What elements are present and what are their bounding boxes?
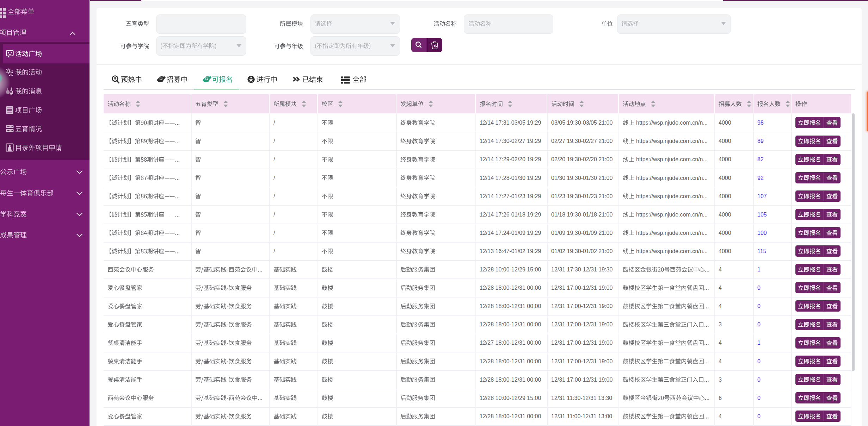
svg-text:https://wsp.njude.com.cn/n...: https://wsp.njude.com.cn/n... (636, 230, 708, 236)
svg-text:4000: 4000 (719, 212, 731, 218)
svg-text:12/14 17:30-02/27 19:29: 12/14 17:30-02/27 19:29 (480, 138, 541, 144)
svg-text:/: / (273, 212, 275, 218)
svg-text:0: 0 (757, 377, 761, 383)
svg-text:12/27 18:00-12/31 00:00: 12/27 18:00-12/31 00:00 (480, 340, 541, 346)
svg-text:4: 4 (719, 303, 722, 309)
svg-text:89: 89 (757, 138, 764, 144)
svg-text:4000: 4000 (719, 175, 731, 181)
svg-text:12/14 17:26-01/18 19:29: 12/14 17:26-01/18 19:29 (480, 212, 541, 218)
svg-text:02/20 19:30-02/20 21:00: 02/20 19:30-02/20 21:00 (551, 156, 612, 162)
svg-text:4000: 4000 (719, 156, 731, 162)
svg-text:/: / (273, 175, 275, 181)
svg-text:03/05 19:30-03/05 21:00: 03/05 19:30-03/05 21:00 (551, 120, 612, 126)
svg-text:12/14 17:29-02/20 19:29: 12/14 17:29-02/20 19:29 (480, 156, 541, 162)
svg-text:https://wsp.njude.com.cn/n...: https://wsp.njude.com.cn/n... (636, 175, 708, 181)
svg-text:1: 1 (757, 340, 761, 346)
svg-text:/: / (273, 248, 275, 254)
svg-text:12/31 17:00-12/31 19:00: 12/31 17:00-12/31 19:00 (551, 285, 612, 291)
svg-text:12/31 17:00-12/31 19:00: 12/31 17:00-12/31 19:00 (551, 321, 612, 327)
svg-text:12/31 11:30-12/31 13:30: 12/31 11:30-12/31 13:30 (551, 395, 612, 401)
svg-text:12/14 17:24-01/09 19:29: 12/14 17:24-01/09 19:29 (480, 230, 541, 236)
svg-text:4: 4 (719, 413, 722, 419)
svg-text:01/30 19:30-01/30 21:00: 01/30 19:30-01/30 21:00 (551, 175, 612, 181)
svg-text:4000: 4000 (719, 138, 731, 144)
svg-text:/: / (273, 138, 275, 144)
svg-text:12/28 18:00-12/31 00:00: 12/28 18:00-12/31 00:00 (480, 285, 541, 291)
svg-text:4: 4 (719, 340, 722, 346)
svg-text:0: 0 (757, 358, 761, 364)
svg-text:12/28 18:00-12/31 00:00: 12/28 18:00-12/31 00:00 (480, 321, 541, 327)
svg-text:1: 1 (757, 267, 761, 272)
svg-text:92: 92 (757, 175, 764, 181)
svg-text:12/28 10:00-12/29 15:00: 12/28 10:00-12/29 15:00 (480, 395, 541, 401)
svg-text:12/13 16:47-01/02 19:29: 12/13 16:47-01/02 19:29 (480, 248, 541, 254)
svg-text:0: 0 (757, 413, 761, 419)
svg-text:https://wsp.njude.com.cn/n...: https://wsp.njude.com.cn/n... (636, 120, 708, 126)
svg-text:12/28 18:00-12/31 00:00: 12/28 18:00-12/31 00:00 (480, 358, 541, 364)
svg-text:12/28 18:00-12/31 00:00: 12/28 18:00-12/31 00:00 (480, 303, 541, 309)
svg-text:4000: 4000 (719, 230, 731, 236)
svg-text:3: 3 (719, 377, 722, 383)
svg-text:0: 0 (757, 321, 761, 327)
svg-text:4000: 4000 (719, 193, 731, 199)
svg-text:12/31 17:00-12/31 19:00: 12/31 17:00-12/31 19:00 (551, 377, 612, 383)
svg-text:02/27 19:30-02/27 21:00: 02/27 19:30-02/27 21:00 (551, 138, 612, 144)
svg-text:0: 0 (757, 285, 761, 291)
svg-text:12/28 10:00-12/29 15:00: 12/28 10:00-12/29 15:00 (480, 267, 541, 272)
svg-text:98: 98 (757, 120, 764, 126)
svg-text:115: 115 (757, 248, 767, 254)
svg-text:01/23 19:30-01/23 21:00: 01/23 19:30-01/23 21:00 (551, 193, 612, 199)
svg-text:12/31 17:30-12/31 19:30: 12/31 17:30-12/31 19:30 (551, 267, 612, 272)
svg-text:82: 82 (757, 156, 764, 162)
svg-text:105: 105 (757, 212, 767, 218)
svg-text:/: / (273, 156, 275, 162)
svg-text:100: 100 (757, 230, 767, 236)
svg-text:12/28 18:00-12/31 00:00: 12/28 18:00-12/31 00:00 (480, 377, 541, 383)
svg-text:4000: 4000 (719, 248, 731, 254)
svg-text:12/31 17:00-12/31 19:00: 12/31 17:00-12/31 19:00 (551, 340, 612, 346)
svg-text:12/31 17:00-12/31 19:00: 12/31 17:00-12/31 19:00 (551, 303, 612, 309)
svg-text:https://wsp.njude.com.cn/n...: https://wsp.njude.com.cn/n... (636, 193, 708, 199)
svg-text:0: 0 (757, 303, 761, 309)
svg-text:/: / (273, 230, 275, 236)
svg-text:/: / (273, 193, 275, 199)
svg-text:https://wsp.njude.com.cn/n...: https://wsp.njude.com.cn/n... (636, 156, 708, 162)
svg-text:https://wsp.njude.com.cn/n...: https://wsp.njude.com.cn/n... (636, 248, 708, 254)
svg-text:01/18 19:30-01/18 21:00: 01/18 19:30-01/18 21:00 (551, 212, 612, 218)
svg-text:4000: 4000 (719, 120, 731, 126)
svg-text:12/28 18:00-12/31 00:00: 12/28 18:00-12/31 00:00 (480, 413, 541, 419)
svg-text:01/02 19:30-01/02 21:00: 01/02 19:30-01/02 21:00 (551, 248, 612, 254)
svg-text:01/09 19:30-01/09 21:00: 01/09 19:30-01/09 21:00 (551, 230, 612, 236)
svg-text:0: 0 (757, 395, 761, 401)
svg-text:12/31 11:00-12/31 13:00: 12/31 11:00-12/31 13:00 (551, 413, 612, 419)
svg-text:4: 4 (719, 285, 722, 291)
svg-text:https://wsp.njude.com.cn/n...: https://wsp.njude.com.cn/n... (636, 212, 708, 218)
svg-text:12/31 17:00-12/31 19:00: 12/31 17:00-12/31 19:00 (551, 358, 612, 364)
svg-text:107: 107 (757, 193, 767, 199)
svg-text:6: 6 (719, 395, 722, 401)
svg-text:12/14 17:27-01/23 19:29: 12/14 17:27-01/23 19:29 (480, 193, 541, 199)
svg-text:12/14 17:28-01/30 19:29: 12/14 17:28-01/30 19:29 (480, 175, 541, 181)
svg-text:12/14 17:31-03/05 19:29: 12/14 17:31-03/05 19:29 (480, 120, 541, 126)
svg-text:/: / (273, 120, 275, 126)
svg-text:3: 3 (719, 321, 722, 327)
svg-text:4: 4 (719, 358, 722, 364)
svg-text:4: 4 (719, 267, 722, 272)
svg-text:https://wsp.njude.com.cn/n...: https://wsp.njude.com.cn/n... (636, 138, 708, 144)
